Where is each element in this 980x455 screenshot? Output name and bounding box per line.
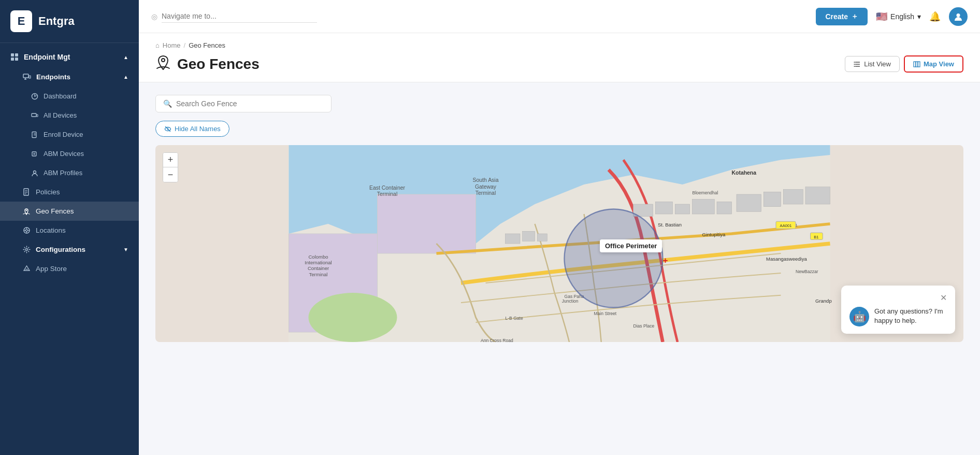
hide-all-names-button[interactable]: Hide All Names <box>155 121 229 137</box>
abm-devices-icon <box>31 150 38 158</box>
chat-header: ✕ <box>849 293 947 303</box>
nav-search-area: ◎ <box>151 10 369 23</box>
create-button[interactable]: Create ＋ <box>816 8 868 25</box>
page-title: Geo Fences <box>155 54 260 74</box>
svg-rect-7 <box>29 76 31 78</box>
notification-bell-icon[interactable]: 🔔 <box>929 11 941 22</box>
sidebar-item-geo-fences[interactable]: Geo Fences <box>0 202 139 221</box>
map-view-button[interactable]: Map View <box>904 55 963 73</box>
svg-point-22 <box>26 210 27 211</box>
svg-text:L-B Gate: L-B Gate <box>506 316 523 321</box>
sidebar-item-enroll-device[interactable]: Enroll Device <box>0 125 139 144</box>
svg-text:Terminal: Terminal <box>475 190 496 196</box>
svg-rect-47 <box>378 194 476 253</box>
svg-rect-10 <box>37 115 38 117</box>
logo-icon: E <box>10 10 32 32</box>
sidebar-item-app-store[interactable]: App Store <box>0 259 139 278</box>
flag-icon: 🇺🇸 <box>876 11 887 22</box>
svg-text:NewBazzar: NewBazzar <box>796 269 818 274</box>
list-view-icon <box>854 61 861 68</box>
svg-text:B1: B1 <box>814 235 818 239</box>
header: ◎ Create ＋ 🇺🇸 English ▾ 🔔 <box>139 0 980 33</box>
svg-text:Container: Container <box>308 265 329 271</box>
logo-area: E Entgra <box>0 0 139 43</box>
chat-close-button[interactable]: ✕ <box>940 293 947 303</box>
abm-devices-label: ABM Devices <box>44 150 84 158</box>
sidebar-item-all-devices[interactable]: All Devices <box>0 106 139 125</box>
svg-point-32 <box>162 59 165 62</box>
svg-text:Terminal: Terminal <box>309 272 328 277</box>
nav-search-input[interactable] <box>162 10 317 23</box>
app-store-icon <box>23 265 31 273</box>
page-title-text: Geo Fences <box>177 56 260 73</box>
zoom-out-button[interactable]: − <box>163 167 178 182</box>
svg-text:South Asia: South Asia <box>473 177 499 183</box>
svg-text:East Container: East Container <box>369 185 406 191</box>
dashboard-icon <box>31 93 38 100</box>
svg-text:Gateway: Gateway <box>475 184 497 190</box>
svg-text:Grandp: Grandp <box>815 298 832 304</box>
abm-profiles-label: ABM Profiles <box>44 169 82 177</box>
svg-rect-57 <box>717 202 732 214</box>
sidebar-item-policies[interactable]: Policies <box>0 182 139 202</box>
main-area: ◎ Create ＋ 🇺🇸 English ▾ 🔔 <box>139 0 980 455</box>
svg-rect-0 <box>11 53 14 56</box>
all-devices-label: All Devices <box>44 111 77 119</box>
endpoint-mgt-label: Endpoint Mgt <box>24 53 70 61</box>
page-header: ⌂ Home / Geo Fences Geo Fences <box>139 33 980 82</box>
endpoints-icon <box>23 73 31 81</box>
svg-text:Kotahena: Kotahena <box>732 170 757 176</box>
sidebar-section-endpoint-mgt: Endpoint Mgt ▲ Endpoints ▲ <box>0 43 139 282</box>
svg-text:Main Street: Main Street <box>594 311 617 316</box>
sidebar-item-locations[interactable]: Locations <box>0 221 139 240</box>
map-container: East Container Terminal Colombo Internat… <box>155 145 963 342</box>
app-store-label: App Store <box>36 265 67 273</box>
svg-rect-2 <box>11 58 14 61</box>
enroll-icon <box>31 131 38 138</box>
list-view-button[interactable]: List View <box>845 56 900 72</box>
home-icon: ⌂ <box>155 41 160 49</box>
breadcrumb: ⌂ Home / Geo Fences <box>155 41 963 49</box>
plus-icon: ＋ <box>851 12 858 21</box>
svg-point-17 <box>34 170 36 173</box>
locations-icon <box>23 226 31 234</box>
content-body: 🔍 Hide All Names <box>139 82 980 354</box>
svg-text:Gintupitiya: Gintupitiya <box>702 232 726 237</box>
sidebar: E Entgra Endpoint Mgt ▲ <box>0 0 139 455</box>
breadcrumb-separator: / <box>184 41 186 49</box>
svg-text:International: International <box>305 260 332 265</box>
sidebar-item-endpoint-mgt[interactable]: Endpoint Mgt ▲ <box>0 47 139 67</box>
svg-text:+: + <box>663 255 668 265</box>
sidebar-item-configurations[interactable]: Configurations ▼ <box>0 240 139 259</box>
geo-fences-title-icon <box>155 54 171 74</box>
sidebar-item-dashboard[interactable]: Dashboard <box>0 87 139 106</box>
svg-rect-9 <box>32 113 36 117</box>
svg-point-38 <box>854 66 855 67</box>
svg-rect-50 <box>506 234 521 244</box>
sidebar-item-endpoints[interactable]: Endpoints ▲ <box>0 67 139 87</box>
svg-rect-4 <box>23 74 28 78</box>
zoom-in-button[interactable]: + <box>163 153 178 167</box>
svg-point-89 <box>565 209 663 308</box>
abm-profiles-icon <box>31 169 38 177</box>
svg-text:Colombo: Colombo <box>308 254 328 260</box>
grid-icon <box>10 53 19 61</box>
view-toggle-buttons: List View Map View <box>845 55 963 73</box>
page-title-row: Geo Fences List View <box>155 54 963 82</box>
svg-rect-52 <box>537 234 547 241</box>
breadcrumb-home[interactable]: Home <box>163 41 181 49</box>
svg-point-29 <box>26 249 28 251</box>
sidebar-item-abm-devices[interactable]: ABM Devices <box>0 144 139 163</box>
svg-rect-3 <box>15 58 18 61</box>
chevron-down-icon: ▾ <box>917 12 921 21</box>
geo-fence-search-input[interactable] <box>176 99 324 108</box>
svg-point-37 <box>854 64 855 65</box>
geo-fences-icon <box>23 207 31 215</box>
chevron-down-icon: ▼ <box>123 247 128 252</box>
search-icon: 🔍 <box>163 99 172 108</box>
user-avatar[interactable] <box>949 7 968 26</box>
language-selector[interactable]: 🇺🇸 English ▾ <box>876 11 921 22</box>
geo-fences-label: Geo Fences <box>36 207 74 215</box>
sidebar-item-abm-profiles[interactable]: ABM Profiles <box>0 163 139 182</box>
svg-text:AA001: AA001 <box>780 223 792 228</box>
